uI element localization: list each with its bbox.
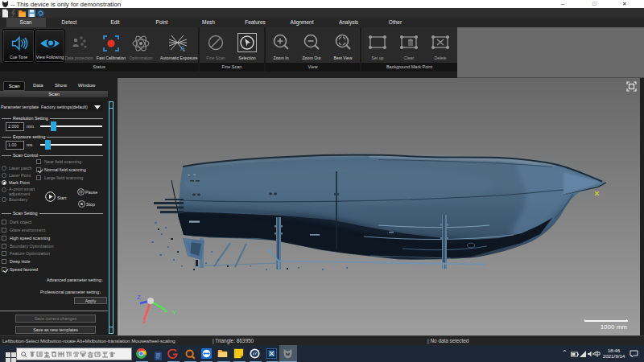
svg-text:A: A [180,44,185,52]
svg-text:Z: Z [137,294,141,301]
svg-text:Y: Y [172,309,177,316]
